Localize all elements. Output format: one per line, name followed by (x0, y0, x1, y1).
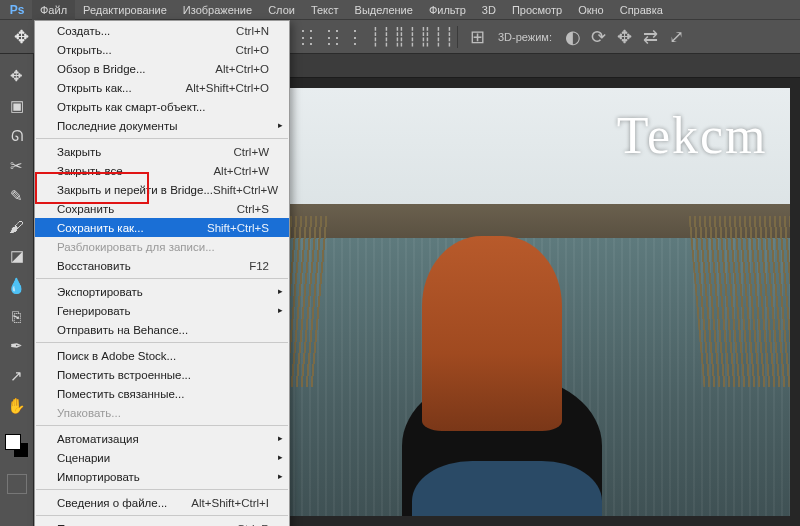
menu-item[interactable]: Сценарии (35, 448, 289, 467)
distribute-h-icon[interactable]: ┊┊┊ (427, 26, 449, 48)
bucket-tool-icon[interactable]: 💧 (5, 274, 29, 298)
menu-item-label: Открыть как... (57, 82, 186, 94)
app-logo: Ps (2, 0, 32, 20)
marquee-tool-icon[interactable]: ▣ (5, 94, 29, 118)
menu-item-shortcut: Shift+Ctrl+W (213, 184, 278, 196)
hand-tool-icon[interactable]: ✋ (5, 394, 29, 418)
menu-3d[interactable]: 3D (474, 0, 504, 20)
crop-tool-icon[interactable]: ✂ (5, 154, 29, 178)
menu-item-label: Отправить на Behance... (57, 324, 269, 336)
menu-item[interactable]: Последние документы (35, 116, 289, 135)
menu-item-label: Генерировать (57, 305, 269, 317)
menu-view[interactable]: Просмотр (504, 0, 570, 20)
menu-item[interactable]: Открыть...Ctrl+O (35, 40, 289, 59)
menu-item-label: Поиск в Adobe Stock... (57, 350, 269, 362)
move-tool-icon[interactable]: ✥ (5, 64, 29, 88)
extras-icon[interactable]: ⊞ (466, 26, 488, 48)
menu-item[interactable]: ВосстановитьF12 (35, 256, 289, 275)
eraser-tool-icon[interactable]: ◪ (5, 244, 29, 268)
clone-tool-icon[interactable]: ⎘ (5, 304, 29, 328)
menu-item-label: Закрыть (57, 146, 234, 158)
menu-item[interactable]: Обзор в Bridge...Alt+Ctrl+O (35, 59, 289, 78)
quickmask-icon[interactable] (7, 474, 27, 494)
lasso-tool-icon[interactable]: ᘏ (5, 124, 29, 148)
distribute-icon[interactable]: ⋮⋮ (335, 26, 357, 48)
menu-item[interactable]: Закрыть всеAlt+Ctrl+W (35, 161, 289, 180)
distribute-h-icon[interactable]: ┊┊┊ (401, 26, 423, 48)
menu-item[interactable]: Поиск в Adobe Stock... (35, 346, 289, 365)
menu-item[interactable]: Открыть как смарт-объект... (35, 97, 289, 116)
menu-item-shortcut: Ctrl+O (235, 44, 269, 56)
menu-item-shortcut: Alt+Shift+Ctrl+I (191, 497, 269, 509)
menu-item-label: Экспортировать (57, 286, 269, 298)
menu-item-shortcut: Shift+Ctrl+S (207, 222, 269, 234)
menu-item-label: Печатать... (57, 523, 237, 527)
menu-item-label: Закрыть и перейти в Bridge... (57, 184, 213, 196)
menu-item-shortcut: Alt+Shift+Ctrl+O (186, 82, 269, 94)
menu-item-label: Разблокировать для записи... (57, 241, 269, 253)
menu-item[interactable]: Печатать...Ctrl+P (35, 519, 289, 526)
menu-item[interactable]: Закрыть и перейти в Bridge...Shift+Ctrl+… (35, 180, 289, 199)
menu-separator (36, 515, 288, 516)
menu-item-label: Сценарии (57, 452, 269, 464)
menu-item[interactable]: Поместить встроенные... (35, 365, 289, 384)
menubar: Ps ФайлРедактированиеИзображениеСлоиТекс… (0, 0, 800, 20)
menu-image[interactable]: Изображение (175, 0, 260, 20)
menu-item-label: Закрыть все (57, 165, 213, 177)
brush-tool-icon[interactable]: 🖌 (5, 214, 29, 238)
menu-item[interactable]: Открыть как...Alt+Shift+Ctrl+O (35, 78, 289, 97)
menu-text[interactable]: Текст (303, 0, 347, 20)
menu-item-label: Восстановить (57, 260, 249, 272)
menu-window[interactable]: Окно (570, 0, 612, 20)
menu-separator (36, 138, 288, 139)
menu-filter[interactable]: Фильтр (421, 0, 474, 20)
pen-tool-icon[interactable]: ✒ (5, 334, 29, 358)
menu-item[interactable]: СохранитьCtrl+S (35, 199, 289, 218)
menu-item-label: Открыть... (57, 44, 235, 56)
scale-icon[interactable]: ⤢ (666, 26, 688, 48)
roll-icon[interactable]: ⟳ (588, 26, 610, 48)
menu-item-shortcut: Ctrl+W (234, 146, 269, 158)
menu-item[interactable]: Поместить связанные... (35, 384, 289, 403)
slide-icon[interactable]: ⇄ (640, 26, 662, 48)
menu-select[interactable]: Выделение (347, 0, 421, 20)
distribute-h-icon[interactable]: ┊┊┊ (375, 26, 397, 48)
menu-item-label: Обзор в Bridge... (57, 63, 215, 75)
menu-item[interactable]: Отправить на Behance... (35, 320, 289, 339)
menu-item[interactable]: Экспортировать (35, 282, 289, 301)
menu-layers[interactable]: Слои (260, 0, 303, 20)
menu-item-label: Создать... (57, 25, 236, 37)
menu-item: Упаковать... (35, 403, 289, 422)
color-swatch[interactable] (5, 434, 29, 458)
menu-edit[interactable]: Редактирование (75, 0, 175, 20)
menu-item-shortcut: Ctrl+P (237, 523, 269, 527)
menu-item-shortcut: Alt+Ctrl+O (215, 63, 269, 75)
separator (457, 26, 458, 48)
menu-separator (36, 425, 288, 426)
pan-icon[interactable]: ✥ (614, 26, 636, 48)
file-menu-dropdown: Создать...Ctrl+NОткрыть...Ctrl+OОбзор в … (34, 20, 290, 526)
menu-item-label: Поместить встроенные... (57, 369, 269, 381)
menu-item[interactable]: ЗакрытьCtrl+W (35, 142, 289, 161)
menu-file[interactable]: Файл (32, 0, 75, 20)
menu-help[interactable]: Справка (612, 0, 671, 20)
menu-item-label: Автоматизация (57, 433, 269, 445)
orbit-icon[interactable]: ◐ (562, 26, 584, 48)
eyedropper-tool-icon[interactable]: ✎ (5, 184, 29, 208)
path-tool-icon[interactable]: ↗ (5, 364, 29, 388)
menu-item-label: Импортировать (57, 471, 269, 483)
mode-label: 3D-режим: (492, 31, 558, 43)
menu-item[interactable]: Импортировать (35, 467, 289, 486)
menu-separator (36, 342, 288, 343)
left-toolbar: ✥ ▣ ᘏ ✂ ✎ 🖌 ◪ 💧 ⎘ ✒ ↗ ✋ (0, 54, 34, 526)
menu-item[interactable]: Генерировать (35, 301, 289, 320)
menu-item-label: Сведения о файле... (57, 497, 191, 509)
menu-item-shortcut: F12 (249, 260, 269, 272)
menu-item-shortcut: Alt+Ctrl+W (213, 165, 269, 177)
menu-item[interactable]: Создать...Ctrl+N (35, 21, 289, 40)
menu-item[interactable]: Автоматизация (35, 429, 289, 448)
menu-item[interactable]: Сохранить как...Shift+Ctrl+S (35, 218, 289, 237)
menu-separator (36, 489, 288, 490)
menu-item[interactable]: Сведения о файле...Alt+Shift+Ctrl+I (35, 493, 289, 512)
move-tool-icon: ✥ (8, 24, 34, 50)
